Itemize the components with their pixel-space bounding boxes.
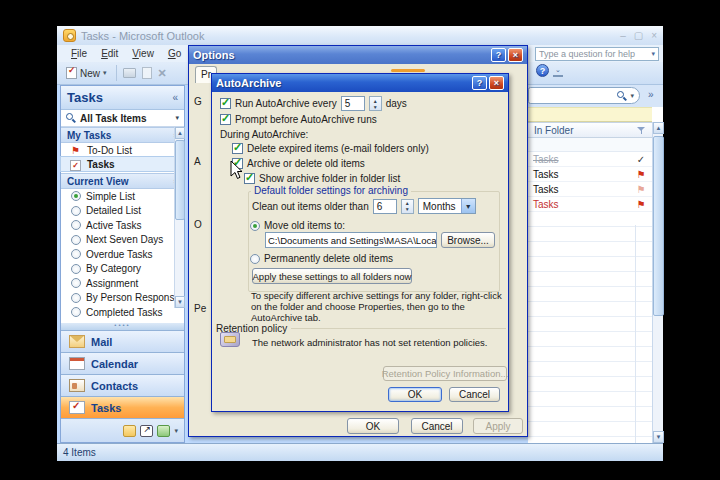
all-task-items-label: All Task Items xyxy=(80,113,147,124)
dialog-close-icon[interactable]: × xyxy=(489,76,504,90)
add-new-task-row[interactable] xyxy=(528,138,652,152)
radio-icon xyxy=(71,278,81,288)
dialog-help-icon[interactable]: ? xyxy=(491,48,506,62)
archive-old-checkbox[interactable] xyxy=(232,158,243,169)
journal-icon[interactable] xyxy=(157,425,170,437)
clean-out-unit-select[interactable]: Months ▼ xyxy=(418,198,476,214)
help-icon[interactable]: ? xyxy=(536,64,549,77)
nav-button[interactable]: Mail xyxy=(61,330,184,352)
dialog-close-icon[interactable]: × xyxy=(508,48,523,62)
options-text-fragment: O xyxy=(194,219,202,230)
sidebar-scrollbar[interactable]: ▲ ▼ xyxy=(174,127,184,308)
nav-button[interactable]: Tasks xyxy=(61,396,184,418)
run-autoarchive-checkbox[interactable] xyxy=(220,98,231,109)
scrollbar-thumb[interactable] xyxy=(175,140,185,220)
nav-button[interactable]: Contacts xyxy=(61,374,184,396)
browse-button[interactable]: Browse... xyxy=(441,232,495,248)
shortcuts-icon[interactable] xyxy=(140,425,153,437)
delete-icon[interactable]: ✕ xyxy=(158,67,167,80)
menu-item[interactable]: File xyxy=(65,47,93,60)
my-tasks-item[interactable]: Tasks xyxy=(61,157,174,171)
close-icon[interactable]: × xyxy=(651,30,657,41)
instant-search-input[interactable]: ▾ xyxy=(528,87,640,104)
prompt-label: Prompt before AutoArchive runs xyxy=(235,114,377,125)
view-option[interactable]: Overdue Tasks xyxy=(61,247,174,262)
view-option[interactable]: Assignment xyxy=(61,276,174,291)
question-help-box[interactable]: Type a question for help ▾ xyxy=(535,47,659,61)
scroll-down-icon[interactable]: ▼ xyxy=(653,431,664,443)
column-divider xyxy=(635,225,636,443)
all-task-items-selector[interactable]: All Task Items ▾ xyxy=(61,110,184,127)
pane-splitter[interactable]: •••• xyxy=(61,323,184,330)
view-option-label: Overdue Tasks xyxy=(86,249,153,260)
autoarchive-cancel-button[interactable]: Cancel xyxy=(449,387,500,402)
menu-item[interactable]: View xyxy=(126,47,160,60)
clean-out-spinner[interactable]: ▲▼ xyxy=(401,199,414,214)
options-cancel-button[interactable]: Cancel xyxy=(411,418,463,434)
view-option-label: By Category xyxy=(86,263,141,274)
nav-button-icon xyxy=(69,335,85,348)
view-option[interactable]: Active Tasks xyxy=(61,218,174,233)
options-ok-button[interactable]: OK xyxy=(347,418,399,434)
scroll-down-icon[interactable]: ▼ xyxy=(175,296,185,308)
autoarchive-ok-button[interactable]: OK xyxy=(388,387,442,402)
task-flag-icon[interactable] xyxy=(635,169,647,180)
new-task-input-row[interactable] xyxy=(528,107,652,122)
view-option[interactable]: By Person Responsibl xyxy=(61,291,174,306)
archive-old-label: Archive or delete old items xyxy=(247,158,365,169)
permanently-delete-radio[interactable] xyxy=(250,254,260,264)
minimize-icon[interactable]: – xyxy=(620,30,626,41)
prompt-checkbox[interactable] xyxy=(220,114,231,125)
apply-all-folders-button[interactable]: Apply these settings to all folders now xyxy=(252,268,412,284)
table-row[interactable]: Tasks xyxy=(528,197,652,212)
my-tasks-item-label: Tasks xyxy=(87,159,115,170)
folder-list-icon[interactable] xyxy=(123,425,136,437)
task-flag-icon[interactable] xyxy=(635,154,647,165)
filter-icon[interactable] xyxy=(637,126,646,135)
current-view-section-header[interactable]: Current View « xyxy=(61,173,184,189)
my-tasks-section-header[interactable]: My Tasks « xyxy=(61,127,184,143)
collapse-pane-icon[interactable]: « xyxy=(172,92,178,103)
expand-query-builder-icon[interactable]: » xyxy=(648,89,654,100)
nav-button[interactable]: Calendar xyxy=(61,352,184,374)
delete-expired-checkbox[interactable] xyxy=(232,143,243,154)
move-to-folder-icon[interactable] xyxy=(142,67,152,79)
dialog-help-icon[interactable]: ? xyxy=(472,76,487,90)
menu-item[interactable]: Go xyxy=(162,47,187,60)
table-row[interactable]: Tasks xyxy=(528,182,652,197)
scroll-up-icon[interactable]: ▲ xyxy=(175,127,185,139)
window-titlebar: Tasks - Microsoft Outlook – ▢ × xyxy=(57,26,663,45)
table-row[interactable]: Tasks xyxy=(528,167,652,182)
clean-out-input[interactable]: 6 xyxy=(373,199,397,214)
run-days-spinner[interactable]: ▲▼ xyxy=(369,96,382,111)
show-folder-checkbox[interactable] xyxy=(244,173,255,184)
move-old-radio[interactable] xyxy=(250,221,260,231)
prompt-row: Prompt before AutoArchive runs xyxy=(220,114,377,125)
archive-path-input[interactable]: C:\Documents and Settings\MASA\Local Set… xyxy=(265,232,437,248)
scrollbar-thumb[interactable] xyxy=(653,136,664,316)
menu-item[interactable]: Edit xyxy=(95,47,124,60)
run-days-input[interactable]: 5 xyxy=(341,96,365,111)
maximize-icon[interactable]: ▢ xyxy=(634,30,643,41)
scroll-up-icon[interactable]: ▲ xyxy=(653,122,664,134)
toolbar-overflow-icon[interactable]: ⌄ xyxy=(553,68,563,77)
new-button[interactable]: New ▾ xyxy=(63,66,110,80)
column-header-in-folder[interactable]: In Folder xyxy=(528,122,652,138)
my-tasks-item[interactable]: To-Do List xyxy=(61,143,174,157)
radio-icon xyxy=(71,264,81,274)
show-folder-label: Show archive folder in folder list xyxy=(259,173,400,184)
print-icon[interactable] xyxy=(123,68,136,78)
note-line: To specify different archive settings fo… xyxy=(251,290,502,301)
view-option[interactable]: Next Seven Days xyxy=(61,233,174,248)
task-list-scrollbar[interactable]: ▲ ▼ xyxy=(652,122,663,443)
permanently-delete-row: Permanently delete old items xyxy=(250,253,393,264)
table-row[interactable]: Tasks xyxy=(528,152,652,167)
view-option[interactable]: Detailed List xyxy=(61,204,174,219)
view-option[interactable]: Completed Tasks xyxy=(61,305,174,320)
configure-buttons-chevron[interactable]: ▾ xyxy=(174,427,178,435)
view-option[interactable]: Simple List xyxy=(61,189,174,204)
task-flag-icon[interactable] xyxy=(635,184,647,195)
view-option[interactable]: By Category xyxy=(61,262,174,277)
radio-icon xyxy=(71,206,81,216)
task-flag-icon[interactable] xyxy=(635,199,647,210)
